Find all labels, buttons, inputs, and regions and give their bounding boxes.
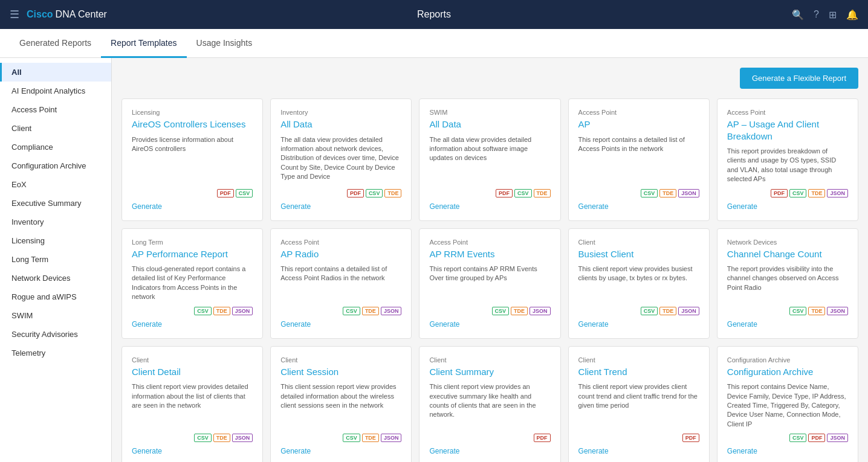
sidebar-item-netdev[interactable]: Network Devices [0,269,111,287]
card-badges: PDFCSVTDE [280,189,401,197]
card-title: AP Radio [280,248,401,260]
sidebar-item-rogue[interactable]: Rogue and aWIPS [0,287,111,306]
apps-icon[interactable]: ⊞ [829,9,837,21]
search-icon[interactable]: 🔍 [792,9,804,21]
tab-usage-insights[interactable]: Usage Insights [187,30,262,58]
card-badges: CSVPDFJSON [727,434,848,442]
sidebar-item-inventory[interactable]: Inventory [0,213,111,231]
logo: Cisco DNA Center [27,9,107,20]
badge-tde: TDE [213,434,230,442]
card-badges: PDFCSV [132,189,253,197]
card-generate-link[interactable]: Generate [727,320,848,329]
sidebar-item-secadv[interactable]: Security Advisories [0,325,111,344]
tab-report-templates[interactable]: Report Templates [101,30,186,58]
badge-csv: CSV [194,307,212,315]
sidebar-item-eox[interactable]: EoX [0,175,111,194]
sidebar-item-client[interactable]: Client [0,119,111,138]
card-generate-link[interactable]: Generate [280,447,401,455]
card-badges: PDF [578,434,699,442]
badge-pdf: PDF [496,189,513,197]
badge-json: JSON [827,434,848,442]
report-card: LicensingAireOS Controllers LicensesProv… [121,98,263,221]
card-generate-link[interactable]: Generate [727,447,848,455]
card-title: AP – Usage And Client Breakdown [727,118,848,142]
nav-icons: 🔍 ? ⊞ 🔔 [792,9,858,21]
badge-json: JSON [827,307,848,315]
card-category: Access Point [727,109,848,116]
card-generate-link[interactable]: Generate [429,320,550,329]
card-generate-link[interactable]: Generate [429,202,550,211]
sidebar-item-licensing[interactable]: Licensing [0,231,111,250]
logo-cisco: Cisco [27,9,53,20]
badge-tde: TDE [808,189,825,197]
sidebar-item-ap[interactable]: Access Point [0,100,111,119]
card-description: This client session report view provides… [280,382,401,429]
badge-tde: TDE [362,307,379,315]
card-title: Client Session [280,366,401,378]
card-generate-link[interactable]: Generate [132,447,253,455]
card-description: This report contains a detailed list of … [578,135,699,184]
card-badges: CSVTDEJSON [132,307,253,315]
badge-json: JSON [381,307,402,315]
card-generate-link[interactable]: Generate [578,320,699,329]
sidebar-item-config[interactable]: Configuration Archive [0,156,111,175]
card-description: This report contains AP RRM Events Over … [429,265,550,302]
badge-tde: TDE [213,307,230,315]
card-category: Access Point [280,239,401,246]
badge-json: JSON [530,307,551,315]
sidebar-item-telemetry[interactable]: Telemetry [0,344,111,362]
card-generate-link[interactable]: Generate [727,202,848,211]
card-generate-link[interactable]: Generate [429,447,550,455]
sidebar-item-ai[interactable]: AI Endpoint Analytics [0,82,111,100]
card-category: Long Term [132,239,253,246]
card-generate-link[interactable]: Generate [132,202,253,211]
card-generate-link[interactable]: Generate [280,320,401,329]
hamburger-menu[interactable]: ☰ [10,8,19,21]
card-category: Client [280,356,401,364]
card-category: Access Point [429,239,550,246]
card-title: AP Performance Report [132,248,253,260]
badge-csv: CSV [343,434,360,442]
badge-csv: CSV [343,307,360,315]
card-generate-link[interactable]: Generate [578,447,699,455]
card-title: Client Trend [578,366,699,378]
badge-json: JSON [678,189,699,197]
badge-tde: TDE [511,307,528,315]
badge-pdf: PDF [682,434,699,442]
badge-tde: TDE [659,189,676,197]
badge-tde: TDE [808,307,825,315]
card-generate-link[interactable]: Generate [578,202,699,211]
card-category: Access Point [578,109,699,116]
sidebar-item-all[interactable]: All [0,63,111,82]
bell-icon[interactable]: 🔔 [846,9,858,21]
badge-csv: CSV [492,307,510,315]
card-description: The all data view provides detailed info… [429,135,550,184]
help-icon[interactable]: ? [814,9,819,21]
card-category: Licensing [132,109,253,116]
tab-generated-reports[interactable]: Generated Reports [10,30,101,58]
card-generate-link[interactable]: Generate [132,320,253,329]
sidebar-item-exec[interactable]: Executive Summary [0,194,111,213]
badge-tde: TDE [534,189,551,197]
card-badges: PDFCSVTDEJSON [727,189,848,197]
card-category: Client [429,356,550,364]
card-description: This report provides breakdown of client… [727,147,848,184]
report-card: ClientBusiest ClientThis client report v… [568,228,710,339]
badge-pdf: PDF [771,189,788,197]
sidebar-item-swim[interactable]: SWIM [0,306,111,325]
card-description: The all data view provides detailed info… [280,135,401,184]
card-description: The report provides visibility into the … [727,265,848,302]
card-generate-link[interactable]: Generate [280,202,401,211]
sidebar-item-compliance[interactable]: Compliance [0,138,111,156]
card-title: Channel Change Count [727,248,848,260]
badge-tde: TDE [362,434,379,442]
report-card: ClientClient SummaryThis client report v… [419,346,560,462]
generate-flexible-report-button[interactable]: Generate a Flexible Report [740,68,858,89]
content-area: Generate a Flexible Report LicensingAire… [112,58,868,462]
sidebar-item-longterm[interactable]: Long Term [0,250,111,269]
tab-bar: Generated Reports Report Templates Usage… [0,29,868,58]
sidebar: AllAI Endpoint AnalyticsAccess PointClie… [0,58,112,462]
card-title: Client Detail [132,366,253,378]
card-title: AP RRM Events [429,248,550,260]
cards-grid: LicensingAireOS Controllers LicensesProv… [121,98,858,462]
